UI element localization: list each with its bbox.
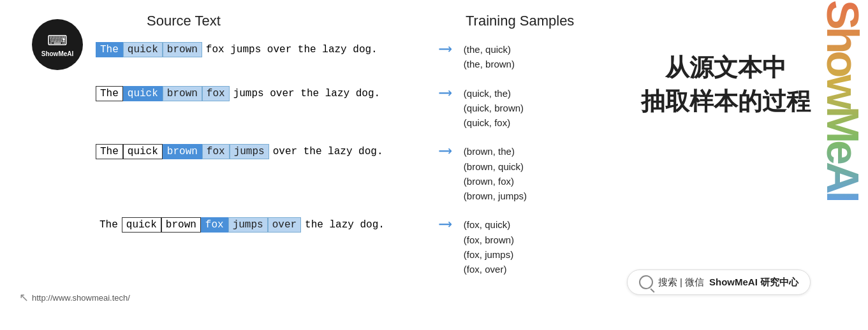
word-quick-1: quick — [123, 42, 163, 57]
search-icon — [639, 275, 653, 289]
word-the-1: The — [96, 42, 123, 57]
sample-4-2: (fox, brown) — [464, 233, 514, 247]
word-rest-4: the lazy dog. — [301, 218, 388, 232]
headers-row: Source Text Training Samples — [96, 13, 862, 29]
word-rest-1: fox jumps over the lazy dog. — [202, 43, 381, 57]
logo-text: ShowMeAI — [41, 50, 74, 57]
word-the-3: The — [96, 144, 123, 159]
arrow-4: ⟶ — [440, 216, 451, 234]
logo-circle: ⌨ ShowMeAI — [32, 19, 83, 70]
cursor-icon: ↖ — [19, 291, 29, 305]
arrow-1: ⟶ — [440, 41, 451, 59]
word-fox-3: fox — [202, 144, 230, 159]
sample-3-1: (brown, the) — [464, 144, 527, 159]
search-prefix: 搜索 | 微信 — [658, 276, 704, 289]
word-jumps-4: jumps — [228, 217, 268, 233]
sample-3-4: (brown, jumps) — [464, 189, 527, 203]
samples-4: (fox, quick) (fox, brown) (fox, jumps) (… — [464, 217, 514, 276]
word-fox-2: fox — [202, 86, 230, 101]
samples-1: (the, quick) (the, brown) — [464, 42, 515, 72]
sample-3-3: (brown, fox) — [464, 174, 527, 189]
sample-2-3: (quick, fox) — [464, 115, 524, 130]
word-rest-3: over the lazy dog. — [269, 145, 387, 159]
sample-1-2: (the, brown) — [464, 57, 515, 71]
source-text-3: Thequickbrownfoxjumpsover the lazy dog. — [96, 144, 427, 159]
arrow-3: ⟶ — [440, 143, 451, 161]
chinese-text: 从源文本中 抽取样本的过程 — [641, 51, 811, 118]
word-brown-2: brown — [163, 86, 202, 101]
arrow-2: ⟶ — [440, 85, 451, 103]
word-brown-1: brown — [163, 42, 202, 57]
sample-1-1: (the, quick) — [464, 42, 515, 57]
header-training: Training Samples — [466, 13, 574, 29]
chinese-line1: 从源文本中 — [641, 51, 811, 85]
word-over-4: over — [268, 217, 301, 233]
word-jumps-3: jumps — [230, 144, 269, 159]
samples-3: (brown, the) (brown, quick) (brown, fox)… — [464, 144, 527, 203]
sample-2-1: (quick, the) — [464, 86, 524, 101]
search-brand: ShowMeAI 研究中心 — [709, 276, 798, 289]
search-badge[interactable]: 搜索 | 微信 ShowMeAI 研究中心 — [627, 269, 811, 295]
logo-icon: ⌨ — [47, 32, 68, 49]
source-text-1: Thequickbrownfox jumps over the lazy dog… — [96, 42, 427, 57]
samples-2: (quick, the) (quick, brown) (quick, fox) — [464, 86, 524, 131]
row-4: Thequickbrownfoxjumpsoverthe lazy dog. ⟶… — [96, 217, 862, 276]
logo-area: ⌨ ShowMeAI — [19, 19, 96, 70]
sample-4-1: (fox, quick) — [464, 217, 514, 232]
sample-4-4: (fox, over) — [464, 262, 514, 276]
showmeai-vertical-text: ShowMeAI — [820, 0, 865, 200]
word-quick-2: quick — [123, 86, 163, 101]
sample-4-3: (fox, jumps) — [464, 247, 514, 262]
word-quick-4: quick — [122, 217, 161, 233]
word-rest-2: jumps over the lazy dog. — [230, 87, 384, 101]
word-the-2: The — [96, 86, 123, 101]
source-text-4: Thequickbrownfoxjumpsoverthe lazy dog. — [96, 217, 427, 233]
main-container: ⌨ ShowMeAI ↖ http://www.showmeai.tech/ S… — [0, 0, 868, 330]
word-fox-4: fox — [201, 217, 228, 233]
word-the-4: The — [96, 218, 122, 232]
sample-2-2: (quick, brown) — [464, 101, 524, 115]
source-text-2: Thequickbrownfoxjumps over the lazy dog. — [96, 86, 427, 101]
word-brown-4: brown — [161, 217, 201, 233]
chinese-line2: 抽取样本的过程 — [641, 85, 811, 118]
word-brown-3: brown — [163, 144, 202, 159]
header-source: Source Text — [147, 13, 370, 29]
word-quick-3: quick — [123, 144, 163, 159]
row-3: Thequickbrownfoxjumpsover the lazy dog. … — [96, 144, 862, 203]
sample-3-2: (brown, quick) — [464, 159, 527, 174]
